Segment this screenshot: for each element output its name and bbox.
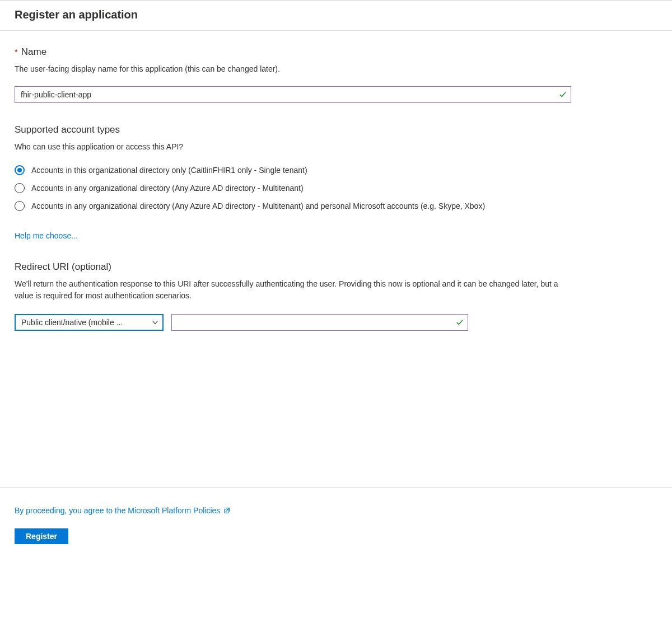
- required-indicator: *: [15, 47, 18, 57]
- redirect-uri-description: We'll return the authentication response…: [15, 278, 571, 302]
- platform-policies-link[interactable]: By proceeding, you agree to the Microsof…: [15, 506, 231, 515]
- platform-select-value: Public client/native (mobile ...: [21, 318, 123, 327]
- account-type-option-multitenant-personal[interactable]: Accounts in any organizational directory…: [15, 201, 657, 211]
- page-title: Register an application: [0, 1, 672, 30]
- platform-select[interactable]: Public client/native (mobile ...: [15, 314, 164, 331]
- name-input[interactable]: [15, 86, 571, 103]
- register-button[interactable]: Register: [15, 528, 68, 544]
- radio-icon: [15, 165, 25, 175]
- account-types-heading: Supported account types: [15, 124, 120, 135]
- radio-label: Accounts in any organizational directory…: [31, 202, 485, 210]
- radio-label: Accounts in this organizational director…: [31, 166, 307, 175]
- policies-link-text: By proceeding, you agree to the Microsof…: [15, 506, 220, 515]
- name-description: The user-facing display name for this ap…: [15, 63, 657, 75]
- redirect-uri-section: Redirect URI (optional) We'll return the…: [15, 261, 657, 331]
- radio-label: Accounts in any organizational directory…: [31, 184, 304, 193]
- account-types-description: Who can use this application or access t…: [15, 141, 657, 153]
- redirect-uri-heading: Redirect URI (optional): [15, 261, 111, 273]
- account-types-radio-group: Accounts in this organizational director…: [15, 165, 657, 211]
- account-types-section: Supported account types Who can use this…: [15, 124, 657, 240]
- external-link-icon: [223, 507, 231, 514]
- name-section: * Name The user-facing display name for …: [15, 46, 657, 103]
- redirect-uri-input[interactable]: [171, 314, 468, 331]
- account-type-option-multitenant[interactable]: Accounts in any organizational directory…: [15, 183, 657, 193]
- account-type-option-single-tenant[interactable]: Accounts in this organizational director…: [15, 165, 657, 175]
- name-label: Name: [21, 46, 46, 58]
- radio-icon: [15, 201, 25, 211]
- help-me-choose-link[interactable]: Help me choose...: [15, 231, 78, 240]
- radio-icon: [15, 183, 25, 193]
